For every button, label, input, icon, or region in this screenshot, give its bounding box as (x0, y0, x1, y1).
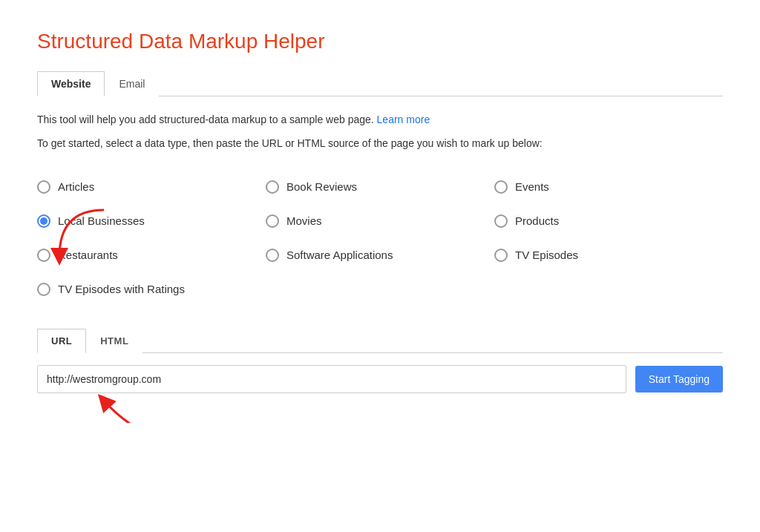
data-type-label: Products (515, 214, 559, 227)
learn-more-link[interactable]: Learn more (377, 114, 430, 125)
input-tab-url[interactable]: URL (37, 329, 86, 353)
data-type-label: Local Businesses (58, 214, 145, 227)
data-type-item-restaurants[interactable]: Restaurants (37, 238, 266, 272)
url-input[interactable] (37, 365, 626, 393)
data-type-label: Articles (58, 180, 94, 193)
tab-website[interactable]: Website (37, 71, 105, 96)
data-type-item-software-applications[interactable]: Software Applications (266, 238, 494, 272)
radio-events[interactable] (494, 180, 508, 194)
data-type-item-articles[interactable]: Articles (37, 170, 266, 204)
url-row: Start Tagging (37, 365, 723, 393)
data-type-item-local-businesses[interactable]: Local Businesses (37, 204, 266, 238)
data-type-item-tv-episodes[interactable]: TV Episodes (494, 238, 723, 272)
radio-restaurants[interactable] (37, 249, 50, 262)
description-1: This tool will help you add structured-d… (37, 111, 723, 128)
radio-articles[interactable] (37, 180, 50, 194)
page-title: Structured Data Markup Helper (37, 30, 723, 53)
data-type-item-movies[interactable]: Movies (266, 204, 494, 238)
arrow2-icon (96, 393, 193, 423)
radio-software-applications[interactable] (266, 249, 279, 262)
data-type-label: TV Episodes with Ratings (58, 283, 185, 295)
data-types-grid: ArticlesBook ReviewsEventsLocal Business… (37, 170, 723, 306)
start-tagging-button[interactable]: Start Tagging (635, 366, 723, 393)
description-2: To get started, select a data type, then… (37, 135, 723, 151)
data-type-label: Movies (286, 214, 322, 227)
input-tabs: URL HTML (37, 329, 723, 353)
data-type-label: Book Reviews (286, 180, 357, 193)
radio-tv-episodes[interactable] (494, 249, 508, 262)
radio-inner-selected (40, 217, 48, 225)
radio-products[interactable] (494, 214, 508, 228)
tab-email[interactable]: Email (105, 71, 159, 96)
data-type-item-tv-episodes-with-ratings[interactable]: TV Episodes with Ratings (37, 272, 266, 306)
radio-book-reviews[interactable] (266, 180, 279, 194)
input-tab-html[interactable]: HTML (86, 329, 142, 353)
main-tabs: Website Email (37, 71, 723, 96)
data-type-label: Software Applications (286, 249, 393, 261)
data-type-item-products[interactable]: Products (494, 204, 723, 238)
data-type-item-events[interactable]: Events (494, 170, 723, 204)
radio-tv-episodes-with-ratings[interactable] (37, 283, 50, 296)
data-type-label: TV Episodes (515, 249, 578, 261)
data-type-label: Restaurants (58, 249, 118, 261)
radio-local-businesses[interactable] (37, 214, 50, 228)
data-type-label: Events (515, 180, 549, 193)
radio-movies[interactable] (266, 214, 279, 228)
data-type-item-book-reviews[interactable]: Book Reviews (266, 170, 494, 204)
